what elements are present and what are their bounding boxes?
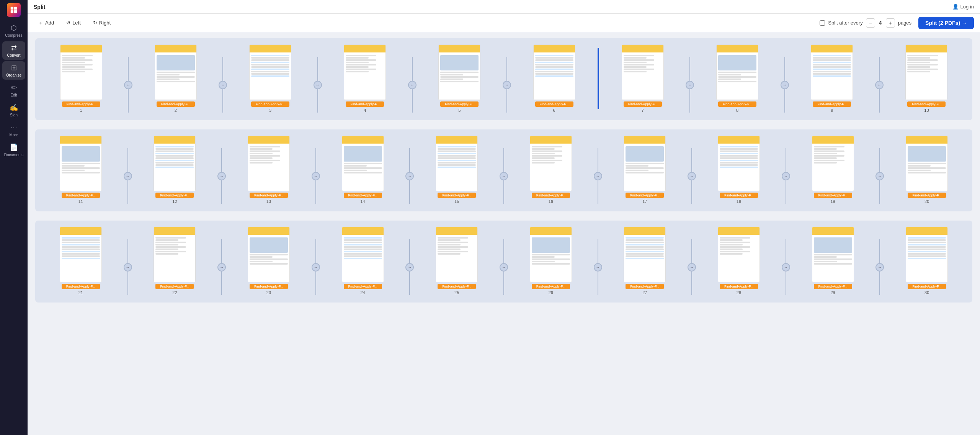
divider-handle[interactable]: ↔ (686, 81, 694, 89)
page-item-12[interactable]: Find-and-Apply-F...12 (132, 136, 217, 204)
divider-handle[interactable]: ↔ (219, 81, 227, 89)
page-item-17[interactable]: Find-and-Apply-F...17 (603, 136, 688, 204)
page-item-20[interactable]: Find-and-Apply-F...20 (884, 136, 969, 204)
page-number-9: 9 (831, 108, 833, 113)
page-item-10[interactable]: Find-and-Apply-F...10 (884, 44, 969, 113)
divider-handle[interactable]: ↔ (782, 263, 790, 271)
page-divider[interactable]: ↔ (217, 148, 226, 204)
page-item-1[interactable]: Find-and-Apply-F...1 (38, 44, 124, 113)
page-divider[interactable]: ↔ (781, 239, 791, 295)
page-divider[interactable]: ↔ (593, 148, 603, 204)
page-item-27[interactable]: Find-and-Apply-F...27 (603, 227, 688, 295)
page-divider[interactable]: ↔ (408, 57, 417, 113)
page-item-8[interactable]: Find-and-Apply-F...8 (694, 44, 780, 113)
divider-handle[interactable]: ↔ (594, 263, 602, 271)
page-divider[interactable]: ↔ (123, 239, 132, 295)
page-item-26[interactable]: Find-and-Apply-F...26 (508, 227, 593, 295)
divider-handle[interactable]: ↔ (405, 263, 414, 271)
page-divider[interactable]: ↔ (499, 148, 508, 204)
page-item-21[interactable]: Find-and-Apply-F...21 (38, 227, 123, 295)
left-button[interactable]: ↺ Left (62, 18, 85, 28)
divider-handle[interactable]: ↔ (688, 172, 696, 180)
page-divider[interactable]: ↔ (218, 57, 227, 113)
divider-handle[interactable]: ↔ (782, 172, 790, 180)
divider-handle[interactable]: ↔ (503, 81, 511, 89)
page-item-4[interactable]: Find-and-Apply-F...4 (322, 44, 408, 113)
page-item-25[interactable]: Find-and-Apply-F...25 (414, 227, 499, 295)
page-item-29[interactable]: Find-and-Apply-F...29 (791, 227, 875, 295)
sidebar-item-edit[interactable]: ✏ Edit (2, 81, 25, 100)
divider-handle[interactable]: ↔ (312, 263, 320, 271)
page-divider[interactable]: ↔ (405, 239, 414, 295)
page-item-6[interactable]: Find-and-Apply-F...6 (511, 44, 597, 113)
divider-handle[interactable]: ↔ (408, 81, 416, 89)
right-button[interactable]: ↻ Right (88, 18, 115, 28)
page-item-7[interactable]: Find-and-Apply-F...7 (600, 44, 685, 113)
divider-handle[interactable]: ↔ (688, 263, 696, 271)
page-item-30[interactable]: Find-and-Apply-F...30 (884, 227, 969, 295)
divider-handle[interactable]: ↔ (781, 81, 789, 89)
divider-handle[interactable]: ↔ (124, 81, 132, 89)
sidebar-item-organize[interactable]: ⊞ Organize (2, 61, 25, 80)
page-item-5[interactable]: Find-and-Apply-F...5 (417, 44, 502, 113)
page-divider[interactable]: ↔ (124, 57, 133, 113)
divider-handle[interactable]: ↔ (124, 172, 132, 180)
page-divider[interactable]: ↔ (875, 57, 884, 113)
page-item-15[interactable]: Find-and-Apply-F...15 (414, 136, 499, 204)
divider-handle[interactable]: ↔ (124, 263, 132, 271)
divider-handle[interactable]: ↔ (314, 81, 322, 89)
page-item-14[interactable]: Find-and-Apply-F...14 (320, 136, 405, 204)
page-divider[interactable]: ↔ (311, 148, 320, 204)
page-divider[interactable]: ↔ (687, 239, 696, 295)
page-item-3[interactable]: Find-and-Apply-F...3 (227, 44, 313, 113)
split-divider[interactable] (598, 48, 599, 109)
page-divider[interactable]: ↔ (502, 57, 511, 113)
sidebar-item-documents[interactable]: 📄 Documents (2, 141, 25, 159)
page-divider[interactable]: ↔ (685, 57, 694, 113)
page-divider[interactable]: ↔ (311, 239, 320, 295)
page-item-11[interactable]: Find-and-Apply-F...11 (38, 136, 123, 204)
split-after-checkbox[interactable] (820, 20, 825, 26)
page-divider[interactable]: ↔ (217, 239, 226, 295)
divider-handle[interactable]: ↔ (500, 172, 508, 180)
divider-handle[interactable]: ↔ (405, 172, 414, 180)
count-increase-button[interactable]: + (886, 18, 895, 28)
page-divider[interactable]: ↔ (687, 148, 696, 204)
sidebar-item-sign[interactable]: ✍ Sign (2, 101, 25, 119)
split-button[interactable]: Split (2 PDFs) → (918, 17, 974, 29)
page-item-24[interactable]: Find-and-Apply-F...24 (320, 227, 405, 295)
page-item-2[interactable]: Find-and-Apply-F...2 (133, 44, 218, 113)
page-item-9[interactable]: Find-and-Apply-F...9 (789, 44, 875, 113)
page-number-20: 20 (924, 199, 929, 204)
divider-handle[interactable]: ↔ (312, 172, 320, 180)
divider-handle[interactable]: ↔ (875, 81, 884, 89)
divider-handle[interactable]: ↔ (217, 172, 226, 180)
page-divider[interactable]: ↔ (499, 239, 508, 295)
sidebar-item-compress[interactable]: ⬡ Compress (2, 21, 25, 40)
page-divider[interactable]: ↔ (780, 57, 789, 113)
page-item-22[interactable]: Find-and-Apply-F...22 (132, 227, 217, 295)
page-item-23[interactable]: Find-and-Apply-F...23 (226, 227, 311, 295)
divider-handle[interactable]: ↔ (217, 263, 226, 271)
page-divider[interactable]: ↔ (593, 239, 603, 295)
sidebar-item-convert[interactable]: ⇄ Convert (2, 41, 25, 60)
page-divider[interactable]: ↔ (875, 239, 884, 295)
page-divider[interactable]: ↔ (875, 148, 884, 204)
divider-handle[interactable]: ↔ (500, 263, 508, 271)
page-divider[interactable]: ↔ (123, 148, 132, 204)
page-item-19[interactable]: Find-and-Apply-F...19 (791, 136, 875, 204)
sidebar-item-more[interactable]: ⋯ More (2, 121, 25, 139)
page-item-13[interactable]: Find-and-Apply-F...13 (226, 136, 311, 204)
page-divider[interactable]: ↔ (405, 148, 414, 204)
page-item-16[interactable]: Find-and-Apply-F...16 (508, 136, 593, 204)
count-decrease-button[interactable]: − (866, 18, 875, 28)
divider-handle[interactable]: ↔ (594, 172, 602, 180)
page-item-18[interactable]: Find-and-Apply-F...18 (696, 136, 781, 204)
page-divider[interactable]: ↔ (781, 148, 791, 204)
divider-handle[interactable]: ↔ (875, 263, 884, 271)
add-button[interactable]: ＋ Add (34, 18, 59, 28)
page-divider[interactable]: ↔ (313, 57, 322, 113)
page-item-28[interactable]: Find-and-Apply-F...28 (696, 227, 781, 295)
login-button[interactable]: 👤 Log in (952, 4, 974, 10)
divider-handle[interactable]: ↔ (875, 172, 884, 180)
